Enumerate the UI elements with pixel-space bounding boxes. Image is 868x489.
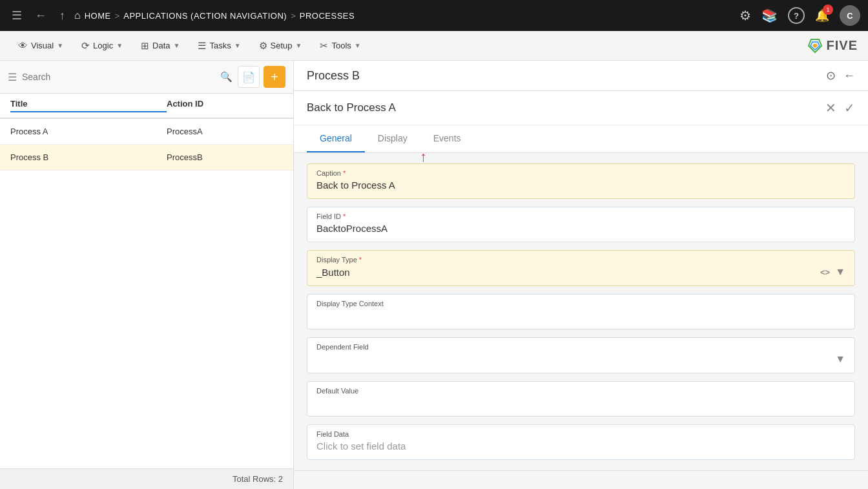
list-item[interactable]: Process A ProcessA (0, 119, 293, 145)
document-icon-button[interactable]: 📄 (238, 66, 260, 88)
add-button[interactable]: + (264, 66, 285, 88)
display-type-required: * (359, 256, 362, 264)
toolbar-tasks-label: Tasks (209, 41, 231, 50)
list-item[interactable]: Process B ProcessB (0, 145, 293, 171)
navigate-forward-icon[interactable]: ← (843, 68, 855, 83)
form-panel-header: Back to Process A ✕ ✓ (294, 91, 868, 125)
tab-events-label: Events (433, 133, 461, 143)
notification-icon[interactable]: 🔔 1 (815, 8, 829, 23)
display-type-value[interactable]: _Button (316, 267, 350, 278)
field-id-required: * (343, 213, 346, 220)
help-icon[interactable]: ? (788, 7, 805, 24)
form-fields: Caption * Back to Process A Field ID * B… (294, 153, 868, 470)
toolbar-item-tasks[interactable]: ☰ Tasks ▼ (190, 36, 248, 56)
display-type-context-label: Display Type Context (316, 300, 845, 307)
tools-icon: ✂ (320, 40, 328, 52)
tab-events[interactable]: Events (420, 125, 474, 152)
caption-value[interactable]: Back to Process A (316, 180, 845, 191)
breadcrumb-sep-2: > (291, 11, 296, 21)
applications-link[interactable]: APPLICATIONS (ACTION NAVIGATION) (123, 11, 287, 21)
tab-general[interactable]: General (307, 125, 365, 152)
home-link[interactable]: HOME (85, 11, 111, 21)
display-type-context-value[interactable] (316, 310, 845, 321)
total-rows-label: Total Rows: 2 (232, 474, 283, 484)
toolbar-data-label: Data (152, 41, 170, 50)
toolbar-item-setup[interactable]: ⚙ Setup ▼ (251, 36, 310, 56)
tab-display-label: Display (378, 133, 408, 143)
toolbar-logic-label: Logic (93, 41, 113, 50)
logic-arrow: ▼ (116, 42, 123, 49)
display-type-icons: <> ▼ (820, 266, 845, 278)
sidebar-footer: Total Rows: 2 (0, 468, 293, 489)
home-icon: ⌂ (74, 10, 81, 21)
data-icon: ⊞ (141, 40, 149, 52)
caption-label: Caption * (316, 169, 845, 177)
dependent-field-value[interactable] (316, 354, 319, 365)
field-id-value[interactable]: BacktoProcessA (316, 223, 845, 234)
menu-icon[interactable]: ☰ (8, 6, 26, 25)
tab-general-label: General (320, 133, 352, 143)
display-type-code-button[interactable]: <> (820, 267, 830, 277)
page-title: Process B (307, 69, 360, 83)
field-data-label: Field Data (316, 430, 845, 438)
books-icon[interactable]: 📚 (761, 8, 778, 23)
column-header-title: Title (10, 99, 167, 112)
field-id-label: Field ID * (316, 213, 845, 220)
avatar[interactable]: C (840, 5, 860, 26)
row-action-id: ProcessA (167, 127, 283, 136)
toolbar-item-logic[interactable]: ⟳ Logic ▼ (74, 36, 130, 56)
settings-icon[interactable]: ⚙ (739, 8, 751, 23)
forward-up-icon[interactable]: ↑ (56, 6, 69, 25)
notification-badge: 1 (823, 5, 833, 15)
toolbar-item-tools[interactable]: ✂ Tools ▼ (312, 36, 368, 56)
toolbar-item-data[interactable]: ⊞ Data ▼ (133, 36, 187, 56)
content-header: Process B ⊙ ← (294, 61, 868, 91)
logic-icon: ⟳ (81, 40, 90, 52)
setup-icon: ⚙ (259, 40, 267, 52)
sidebar-table-header: Title Action ID (0, 94, 293, 119)
navigate-back-icon[interactable]: ⊙ (826, 68, 836, 83)
row-title: Process A (10, 127, 167, 136)
visual-arrow: ▼ (57, 42, 63, 49)
main-toolbar: 👁 Visual ▼ ⟳ Logic ▼ ⊞ Data ▼ ☰ Tasks ▼ … (0, 31, 868, 61)
tab-display[interactable]: Display (365, 125, 420, 152)
default-value-field: Default Value (307, 381, 855, 417)
field-data-group: Field Data Click to set field data (307, 424, 855, 460)
data-arrow: ▼ (174, 42, 180, 49)
dependent-field-label: Dependent Field (316, 343, 845, 351)
content-area: Process B ⊙ ← Back to Process A ✕ ✓ Gene… (294, 61, 868, 489)
svg-marker-2 (812, 44, 818, 48)
toolbar-item-visual[interactable]: 👁 Visual ▼ (10, 36, 71, 55)
toolbar-setup-label: Setup (271, 41, 293, 50)
content-header-icons: ⊙ ← (826, 68, 855, 83)
sidebar-menu-icon[interactable]: ☰ (8, 71, 17, 83)
form-close-button[interactable]: ✕ (825, 100, 836, 116)
form-confirm-button[interactable]: ✓ (844, 100, 855, 116)
caption-field: Caption * Back to Process A (307, 163, 855, 199)
display-type-field: Display Type * _Button <> ▼ (307, 250, 855, 286)
visual-icon: 👁 (18, 40, 28, 51)
dependent-field-dropdown-button[interactable]: ▼ (835, 353, 845, 365)
breadcrumb: ⌂ HOME > APPLICATIONS (ACTION NAVIGATION… (74, 10, 355, 21)
tools-arrow: ▼ (355, 42, 361, 49)
default-value-label: Default Value (316, 387, 845, 395)
breadcrumb-sep-1: > (115, 11, 120, 21)
form-panel: Back to Process A ✕ ✓ General Display Ev… (294, 91, 868, 471)
column-header-action-id: Action ID (167, 99, 283, 112)
display-type-context-field: Display Type Context (307, 294, 855, 329)
field-id-group: Field ID * BacktoProcessA (307, 207, 855, 242)
field-data-value[interactable]: Click to set field data (316, 441, 845, 452)
row-title: Process B (10, 152, 167, 162)
sidebar: ☰ 🔍 📄 + Title Action ID Process A Proces… (0, 61, 294, 489)
default-value-input[interactable] (316, 397, 845, 408)
setup-arrow: ▼ (296, 42, 302, 49)
top-nav-right: ⚙ 📚 ? 🔔 1 C (739, 5, 860, 26)
dependent-field-group: Dependent Field ▼ (307, 337, 855, 373)
processes-link[interactable]: PROCESSES (300, 11, 355, 21)
search-input[interactable] (22, 72, 215, 82)
caption-required: * (343, 169, 346, 177)
display-type-dropdown-button[interactable]: ▼ (835, 266, 845, 278)
back-icon[interactable]: ← (31, 6, 50, 25)
five-logo: FIVE (806, 37, 858, 55)
search-icon[interactable]: 🔍 (220, 71, 232, 83)
